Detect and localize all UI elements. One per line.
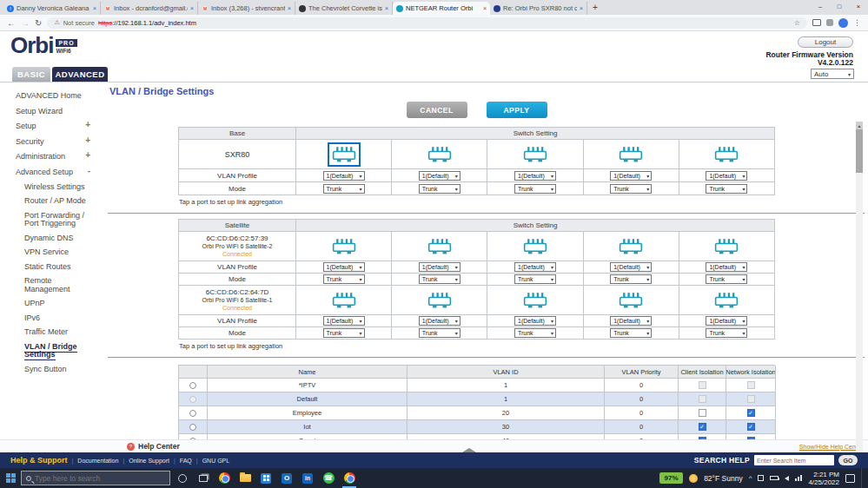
tab-basic[interactable]: BASIC: [12, 67, 50, 82]
tab-corvette-article[interactable]: The Chevrolet Corvette is officia... ×: [295, 2, 393, 15]
sidebar-item-setup-wizard[interactable]: Setup Wizard: [0, 104, 106, 120]
linkedin-button[interactable]: in: [297, 468, 318, 488]
task-view-button[interactable]: [193, 468, 214, 488]
address-bar[interactable]: ⚠ Not secure https://192.168.1.1/adv_ind…: [47, 17, 807, 29]
show-desktop-button[interactable]: [861, 468, 864, 488]
show-hide-help-link[interactable]: Show/Hide Help Center: [799, 444, 863, 450]
tab-close-icon[interactable]: ×: [190, 5, 194, 11]
row-select-radio[interactable]: [189, 396, 196, 403]
sat2-port-4[interactable]: [584, 232, 679, 261]
vlan-profile-select[interactable]: 1(Default)▾: [419, 262, 461, 272]
documentation-link[interactable]: Documentation: [77, 458, 118, 464]
vlan-profile-select[interactable]: 1(Default)▾: [610, 171, 652, 181]
base-port-3[interactable]: [487, 140, 583, 169]
mode-select[interactable]: Trunk▾: [706, 184, 747, 194]
maximize-button[interactable]: □: [830, 0, 849, 12]
sat2-port-2[interactable]: [392, 232, 487, 261]
vlan-profile-select[interactable]: 1(Default)▾: [514, 171, 556, 181]
tray-app-icon[interactable]: [758, 475, 764, 481]
mode-select[interactable]: Trunk▾: [610, 274, 652, 284]
tab-netgear-router-orbi[interactable]: NETGEAR Router Orbi ×: [393, 2, 490, 15]
tray-volume-icon[interactable]: [785, 476, 789, 481]
tab-advanced[interactable]: ADVANCED: [52, 67, 108, 82]
base-port-5[interactable]: [679, 140, 775, 169]
sidebar-item-upnp[interactable]: UPnP: [0, 297, 106, 312]
client-isolation-checkbox[interactable]: [699, 381, 706, 389]
mode-select[interactable]: Trunk▾: [419, 274, 461, 284]
sidebar-item-remote-management[interactable]: Remote Management: [0, 274, 106, 297]
mode-select[interactable]: Trunk▾: [706, 274, 747, 284]
mode-select[interactable]: Trunk▾: [706, 328, 747, 338]
vlan-profile-select[interactable]: 1(Default)▾: [419, 171, 461, 181]
action-center-icon[interactable]: [845, 474, 855, 483]
language-select[interactable]: Auto ▾: [811, 69, 854, 79]
sidebar-item-static-routes[interactable]: Static Routes: [0, 260, 106, 274]
row-select-radio[interactable]: [189, 382, 196, 389]
extensions-icon[interactable]: [826, 19, 833, 26]
mode-select[interactable]: Trunk▾: [514, 328, 556, 338]
sidebar-item-security[interactable]: Security+: [0, 135, 106, 150]
sidebar-item-dynamic-dns[interactable]: Dynamic DNS: [0, 231, 106, 246]
sidebar-item-vpn-service[interactable]: VPN Service: [0, 246, 106, 260]
expand-icon[interactable]: +: [85, 121, 90, 129]
sat1-port-4[interactable]: [584, 286, 679, 315]
scroll-up-arrow[interactable]: ▲: [856, 122, 863, 129]
logout-button[interactable]: Logout: [798, 36, 853, 48]
expand-icon[interactable]: +: [85, 151, 90, 160]
network-isolation-checkbox[interactable]: [747, 409, 755, 417]
vlan-profile-select[interactable]: 1(Default)▾: [323, 262, 365, 272]
outlook-button[interactable]: O: [276, 468, 297, 488]
sidebar-item-port-forwarding[interactable]: Port Forwarding / Port Triggering: [0, 208, 106, 231]
vlan-profile-select[interactable]: 1(Default)▾: [323, 171, 365, 181]
sat2-port-5[interactable]: [679, 232, 775, 261]
store-button[interactable]: [255, 468, 276, 488]
tab-close-icon[interactable]: ×: [93, 5, 96, 11]
client-isolation-checkbox[interactable]: [699, 409, 706, 417]
battery-widget[interactable]: 97%: [659, 472, 683, 484]
forward-icon[interactable]: →: [21, 18, 30, 28]
install-app-icon[interactable]: [812, 19, 821, 26]
mode-select[interactable]: Trunk▾: [323, 184, 365, 194]
sidebar-item-vlan-bridge-settings[interactable]: VLAN / Bridge Settings: [0, 340, 106, 362]
chrome-taskbar-button[interactable]: [214, 468, 235, 488]
sat1-port-2[interactable]: [392, 286, 487, 315]
network-isolation-checkbox[interactable]: [747, 395, 755, 403]
vlan-profile-select[interactable]: 1(Default)▾: [706, 171, 747, 181]
tab-gmail-dcranford[interactable]: M Inbox - dcranford@gmail.com ×: [101, 2, 198, 15]
vlan-profile-select[interactable]: 1(Default)▾: [514, 262, 556, 272]
base-port-4[interactable]: [584, 140, 679, 169]
gnu-gpl-link[interactable]: GNU GPL: [202, 458, 230, 464]
sidebar-item-advanced-home[interactable]: ADVANCED Home: [0, 89, 106, 104]
sidebar-item-administration[interactable]: Administration+: [0, 149, 106, 165]
scrollbar-thumb[interactable]: [856, 129, 863, 173]
mode-select[interactable]: Trunk▾: [514, 274, 556, 284]
expand-icon[interactable]: +: [85, 136, 90, 145]
sat2-port-1[interactable]: [296, 232, 392, 261]
sidebar-item-advanced-setup[interactable]: Advanced Setup-: [0, 165, 106, 181]
tab-close-icon[interactable]: ×: [580, 5, 583, 11]
start-button[interactable]: [0, 468, 21, 488]
mode-select[interactable]: Trunk▾: [610, 328, 652, 338]
mode-select[interactable]: Trunk▾: [610, 184, 652, 194]
mode-select[interactable]: Trunk▾: [514, 184, 556, 194]
tab-close-icon[interactable]: ×: [288, 5, 291, 11]
tab-facebook[interactable]: f Danny Veronica Galeana | Faceb... ×: [3, 2, 101, 15]
help-search-input[interactable]: [754, 455, 834, 465]
go-button[interactable]: GO: [838, 455, 858, 465]
mode-select[interactable]: Trunk▾: [419, 328, 461, 338]
tray-battery-icon[interactable]: [770, 476, 779, 480]
sat1-port-3[interactable]: [487, 286, 583, 315]
tab-gmail-stven[interactable]: M Inbox (3,268) - stvencranford70... ×: [198, 2, 295, 15]
new-tab-button[interactable]: +: [593, 3, 598, 12]
tab-close-icon[interactable]: ×: [483, 5, 487, 11]
sidebar-item-router-ap-mode[interactable]: Router / AP Mode: [0, 195, 106, 209]
sidebar-item-setup[interactable]: Setup+: [0, 119, 106, 135]
network-isolation-checkbox[interactable]: [747, 423, 755, 431]
vlan-profile-select[interactable]: 1(Default)▾: [323, 316, 365, 326]
vlan-profile-select[interactable]: 1(Default)▾: [706, 316, 747, 326]
base-port-2[interactable]: [392, 140, 487, 169]
page-scrollbar[interactable]: ▲ ▼: [856, 122, 863, 471]
close-button[interactable]: ×: [849, 0, 868, 12]
base-port-1[interactable]: [296, 140, 392, 169]
taskbar-search[interactable]: [21, 471, 170, 485]
